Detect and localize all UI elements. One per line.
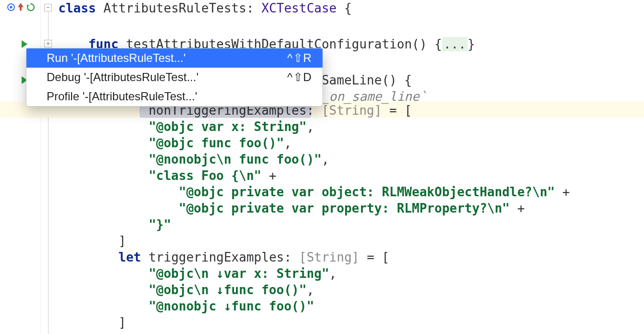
type-hint: [String] (299, 250, 359, 264)
code-line[interactable]: let triggeringExamples: [String] = [ (43, 249, 389, 265)
code-line[interactable]: "@objc\n ↓var x: String", (43, 265, 337, 282)
code-text: SameLine() { (322, 73, 412, 87)
code-line[interactable]: "@objc var x: String", (43, 119, 314, 135)
string-literal: "}" (149, 217, 171, 232)
comma: , (307, 283, 314, 297)
base-class: XCTestCase (261, 1, 337, 15)
plus: + (555, 185, 570, 199)
code-line[interactable]: "@objc private var object: RLMWeakObject… (43, 184, 570, 200)
keyword-let: let (119, 250, 141, 264)
code-line[interactable]: "class Foo {\n" + (43, 167, 276, 184)
menu-item-label: Debug '-[AttributesRuleTest...' (47, 71, 198, 84)
string-literal: "class Foo {\n" (149, 168, 261, 183)
brace-open: { (344, 1, 352, 15)
brace-close: } (468, 37, 475, 51)
comma: , (284, 136, 292, 150)
string-literal: "@objc private var property: RLMProperty… (179, 201, 510, 215)
bracket-close: ] (119, 234, 126, 248)
comma: , (307, 119, 314, 134)
menu-item-label: Profile '-[AttributesRuleTest...' (47, 90, 197, 103)
context-menu[interactable]: Run '-[AttributesRuleTest...' ^⇧R Debug … (26, 48, 323, 107)
plus: + (261, 168, 276, 183)
code-line[interactable]: ] (43, 314, 126, 331)
plus: + (510, 201, 525, 215)
parens: () (412, 37, 427, 51)
menu-item-shortcut: ^⇧D (287, 71, 312, 84)
code-editor: − + class AttributesRuleTests: XCTestCas… (0, 0, 644, 334)
string-literal: "@objc private var object: RLMWeakObject… (179, 185, 555, 199)
brace-open: { (434, 37, 442, 51)
equals-bracket: = [ (389, 103, 412, 118)
code-line[interactable]: "}" (43, 216, 171, 233)
string-literal: "@nonobjc\n func foo()" (149, 152, 322, 167)
colon: : (284, 250, 299, 264)
menu-item-label: Run '-[AttributesRuleTest...' (47, 51, 186, 65)
comma: , (322, 152, 329, 167)
string-literal: "@nonobjc ↓func foo()" (149, 299, 314, 313)
code-line[interactable]: "@objc func foo()", (43, 135, 292, 151)
menu-item-run[interactable]: Run '-[AttributesRuleTest...' ^⇧R (26, 48, 322, 68)
svg-point-1 (10, 6, 12, 8)
string-literal: "@objc\n ↓func foo()" (149, 283, 307, 297)
breakpoint-ring-icon[interactable] (7, 3, 15, 13)
colon: : (247, 1, 261, 15)
menu-item-profile[interactable]: Profile '-[AttributesRuleTest...' (26, 87, 322, 106)
code-line[interactable]: ] (43, 233, 126, 249)
string-literal: "@objc var x: String" (149, 119, 307, 134)
comma: , (329, 266, 337, 281)
bracket-close: ] (119, 315, 126, 330)
equals-bracket: = [ (367, 250, 389, 264)
fold-ellipsis[interactable]: ... (442, 37, 468, 51)
vcs-refresh-icon[interactable] (26, 2, 36, 14)
code-line[interactable]: "@nonobjc ↓func foo()" (43, 298, 314, 314)
type-hint: [String] (322, 103, 382, 118)
run-test-icon[interactable] (22, 40, 27, 48)
var-name: triggeringExamples (149, 250, 284, 264)
string-literal: "@objc\n ↓var x: String" (149, 266, 329, 281)
vcs-up-arrow-icon[interactable] (16, 1, 25, 14)
code-line[interactable]: "@objc private var property: RLMProperty… (43, 200, 525, 216)
menu-item-shortcut: ^⇧R (287, 51, 312, 65)
menu-item-debug[interactable]: Debug '-[AttributesRuleTest...' ^⇧D (26, 68, 322, 87)
string-literal: "@objc func foo()" (149, 136, 284, 150)
code-line[interactable]: class AttributesRuleTests: XCTestCase { (43, 0, 352, 16)
keyword-class: class (58, 1, 96, 15)
class-name: AttributesRuleTests (103, 1, 246, 15)
code-line[interactable]: "@objc\n ↓func foo()", (43, 282, 314, 298)
code-line[interactable]: "@nonobjc\n func foo()", (43, 151, 329, 167)
